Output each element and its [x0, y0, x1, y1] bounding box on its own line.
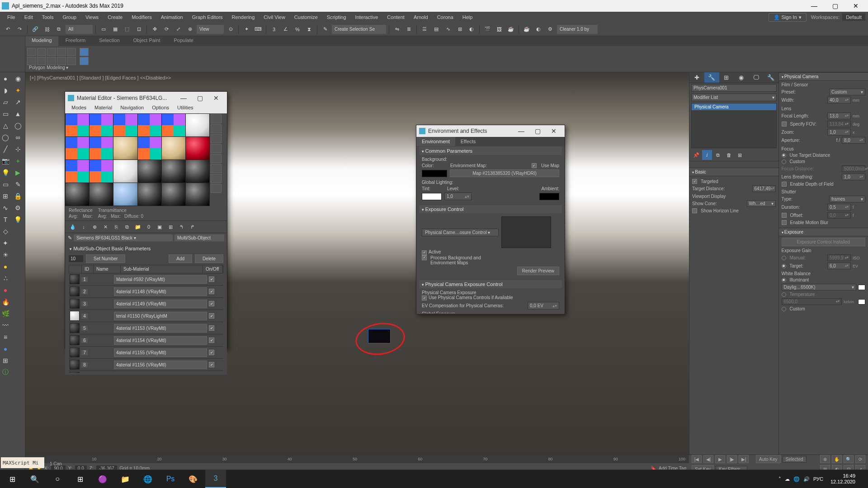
- tool-lock-icon[interactable]: 🔒: [14, 192, 23, 201]
- tool-sun-icon[interactable]: ☀: [1, 250, 10, 259]
- next-frame-button[interactable]: |▶: [727, 455, 737, 463]
- on-off-checkbox[interactable]: ✔: [209, 277, 214, 282]
- me-menu-material[interactable]: Material: [91, 104, 116, 113]
- tool-camera-icon[interactable]: 📷: [1, 156, 10, 165]
- cortana-button[interactable]: ○: [47, 470, 68, 488]
- tool-help-icon[interactable]: ⓘ: [1, 368, 10, 377]
- object-name-input[interactable]: [691, 84, 777, 92]
- key-target-dropdown[interactable]: Selected: [783, 456, 807, 463]
- app-explorer[interactable]: 📁: [115, 470, 136, 488]
- menu-graph-editors[interactable]: Graph Editors: [188, 14, 227, 21]
- manipulate-button[interactable]: ✦: [241, 24, 251, 34]
- display-tab[interactable]: 🖵: [749, 72, 764, 83]
- show-horizon-checkbox[interactable]: [692, 208, 697, 213]
- use-phys-checkbox[interactable]: ✔: [422, 296, 427, 300]
- tool-wind-icon[interactable]: 〰: [1, 321, 10, 330]
- select-button[interactable]: ▭: [99, 24, 108, 34]
- corona-button-2[interactable]: ◐: [533, 24, 543, 34]
- menu-arnold[interactable]: Arnold: [409, 14, 433, 21]
- maxscript-listener[interactable]: MAXScript Mi: [1, 457, 44, 468]
- material-row[interactable]: 64aterial #1154 (VRayMtl)✔: [69, 334, 223, 347]
- material-row[interactable]: 84aterial #1156 (VRayMtl)✔: [69, 359, 223, 371]
- on-off-checkbox[interactable]: ✔: [209, 313, 214, 319]
- temp-swatch[interactable]: [858, 299, 865, 305]
- material-row[interactable]: 1Material #592 (VRayMtl)✔: [69, 273, 223, 286]
- env-map-button[interactable]: Map #2138385320 (VRayHDRI): [450, 169, 559, 177]
- tool-tube-icon[interactable]: ◯: [14, 121, 23, 130]
- duration-input[interactable]: 0,5▴▾: [827, 204, 851, 211]
- on-off-checkbox[interactable]: ✔: [209, 301, 214, 306]
- shutter-type-dropdown[interactable]: frames▾: [829, 196, 865, 202]
- layer-explorer-button[interactable]: ☰: [420, 24, 429, 34]
- set-number-button[interactable]: Set Number: [86, 254, 125, 263]
- target-distance-input[interactable]: 6417,49▴▾: [752, 185, 776, 192]
- material-row[interactable]: 24aterial #1148 (VRayMtl)✔: [69, 286, 223, 298]
- tool-knot-icon[interactable]: ∞: [14, 133, 23, 142]
- tool-fire-icon[interactable]: 🔥: [1, 297, 10, 306]
- sample-type-button[interactable]: [211, 114, 222, 123]
- app-chrome[interactable]: 🌐: [137, 470, 158, 488]
- level-input[interactable]: 1,0▴▾: [444, 192, 472, 200]
- menu-rendering[interactable]: Rendering: [227, 14, 259, 21]
- target-radio[interactable]: [782, 264, 786, 268]
- goto-end-button[interactable]: ▶|: [739, 455, 749, 463]
- tool-ball-icon[interactable]: ●: [1, 286, 10, 295]
- minimize-button[interactable]: —: [175, 94, 192, 102]
- maximize-button[interactable]: ▢: [529, 127, 546, 135]
- tool-patch-icon[interactable]: ▱: [1, 98, 10, 107]
- material-editor-button[interactable]: ◐: [467, 24, 476, 34]
- render-button[interactable]: ☕: [506, 24, 516, 34]
- auto-key-button[interactable]: Auto Key: [756, 455, 781, 463]
- tint-swatch[interactable]: [422, 193, 442, 200]
- tool-script-icon[interactable]: ≡: [1, 333, 10, 342]
- me-menu-navigation[interactable]: Navigation: [117, 104, 147, 113]
- minimize-button[interactable]: —: [513, 127, 529, 135]
- render-preview-button[interactable]: Render Preview: [517, 267, 559, 275]
- video-check-button[interactable]: [211, 154, 222, 163]
- tool-shape-icon[interactable]: ◇: [1, 227, 10, 236]
- start-button[interactable]: ⊞: [2, 470, 23, 488]
- wb-swatch[interactable]: [858, 285, 865, 290]
- mat-id-button[interactable]: 0: [144, 222, 154, 232]
- tool-line-icon[interactable]: ╱: [1, 145, 10, 154]
- tool-torus-icon[interactable]: ◯: [1, 133, 10, 142]
- utilities-tab[interactable]: 🔧: [764, 72, 778, 83]
- width-input[interactable]: 40,0▴▾: [827, 97, 851, 103]
- ribbon-btn[interactable]: [57, 48, 66, 56]
- ribbon-tab-object-paint[interactable]: Object Paint: [127, 36, 167, 46]
- minimize-button[interactable]: —: [804, 0, 825, 12]
- rotate-button[interactable]: ⟳: [161, 24, 171, 34]
- show-cone-dropdown[interactable]: Wh…ed▾: [747, 200, 776, 207]
- percent-snap-button[interactable]: %: [292, 24, 302, 34]
- phys-cam-exposure-rollout[interactable]: Physical Camera Exposure Control: [419, 280, 562, 288]
- ribbon-btn[interactable]: [67, 48, 76, 56]
- ribbon-tab-populate[interactable]: Populate: [167, 36, 199, 46]
- app-photoshop[interactable]: Ps: [160, 470, 181, 488]
- tool-play-icon[interactable]: ▶: [14, 168, 23, 177]
- enable-dof-checkbox[interactable]: [782, 182, 787, 187]
- sub-material-button[interactable]: 4aterial #1154 (VRayMtl): [114, 336, 207, 345]
- placement-button[interactable]: ⊕: [185, 24, 195, 34]
- tool-bulb-icon[interactable]: 💡: [14, 215, 23, 224]
- target-ev-input[interactable]: 6,0▴▾: [827, 263, 851, 269]
- maximize-button[interactable]: ▢: [825, 0, 845, 12]
- add-button[interactable]: Add: [169, 254, 192, 263]
- scale-button[interactable]: ⤢: [173, 24, 183, 34]
- menu-group[interactable]: Group: [58, 14, 81, 21]
- play-button[interactable]: ▶: [715, 455, 725, 463]
- app-3dsmax[interactable]: 3: [205, 470, 226, 488]
- zoom-input[interactable]: 1,0▴▾: [827, 129, 851, 136]
- render-setup-button[interactable]: 🎬: [482, 24, 492, 34]
- tool-edit-icon[interactable]: ✎: [14, 180, 23, 189]
- on-off-checkbox[interactable]: ✔: [209, 338, 214, 343]
- menu-customize[interactable]: Customize: [290, 14, 322, 21]
- sign-in-button[interactable]: 👤 Sign In ▾: [769, 13, 807, 22]
- nav-btn[interactable]: ✋: [832, 455, 842, 463]
- show-end-button[interactable]: ⅈ: [702, 150, 712, 160]
- angle-snap-button[interactable]: ∠: [281, 24, 291, 34]
- material-row[interactable]: 74aterial #1155 (VRayMtl)✔: [69, 347, 223, 359]
- material-thumb[interactable]: [70, 347, 80, 357]
- clock[interactable]: 16:49 12.12.2020: [828, 473, 858, 485]
- material-row[interactable]: 54aterial #1153 (VRayMtl)✔: [69, 322, 223, 334]
- workspaces-dropdown[interactable]: Default: [842, 14, 865, 21]
